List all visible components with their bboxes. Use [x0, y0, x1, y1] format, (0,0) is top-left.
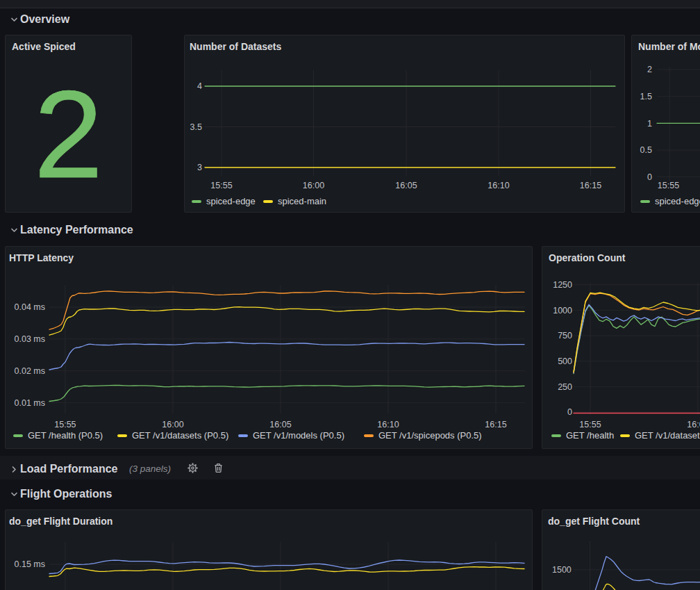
svg-text:0.02 ms: 0.02 ms	[15, 366, 45, 376]
svg-text:1500: 1500	[552, 565, 572, 575]
svg-text:16:00: 16:00	[687, 420, 700, 429]
svg-text:2: 2	[647, 65, 652, 74]
svg-text:15:55: 15:55	[54, 420, 76, 429]
svg-text:16:15: 16:15	[580, 181, 601, 190]
svg-text:0.04 ms: 0.04 ms	[15, 302, 45, 312]
svg-text:16:10: 16:10	[377, 420, 399, 429]
svg-text:15:55: 15:55	[210, 181, 232, 190]
svg-text:15:55: 15:55	[579, 420, 601, 429]
svg-text:16:05: 16:05	[269, 420, 291, 429]
svg-text:1250: 1250	[553, 280, 572, 290]
svg-text:0.5: 0.5	[640, 145, 652, 155]
svg-text:4: 4	[197, 81, 202, 91]
svg-text:16:05: 16:05	[395, 181, 417, 190]
svg-text:3: 3	[197, 163, 202, 172]
svg-text:500: 500	[558, 357, 572, 366]
svg-text:1: 1	[647, 119, 652, 129]
svg-text:0.01 ms: 0.01 ms	[15, 398, 45, 408]
svg-text:1000: 1000	[553, 306, 572, 316]
svg-text:16:10: 16:10	[488, 181, 509, 190]
svg-text:16:15: 16:15	[485, 420, 506, 429]
svg-text:0: 0	[567, 407, 572, 417]
svg-text:250: 250	[558, 382, 572, 392]
svg-text:16:00: 16:00	[162, 420, 183, 429]
svg-text:16:00: 16:00	[303, 181, 324, 190]
svg-text:750: 750	[558, 331, 572, 341]
svg-text:0.03 ms: 0.03 ms	[15, 334, 45, 344]
svg-text:0.15 ms: 0.15 ms	[15, 559, 45, 569]
svg-text:15:55: 15:55	[658, 181, 679, 190]
svg-text:3.5: 3.5	[190, 122, 202, 132]
svg-text:0: 0	[647, 172, 652, 182]
svg-text:1.5: 1.5	[640, 92, 652, 101]
